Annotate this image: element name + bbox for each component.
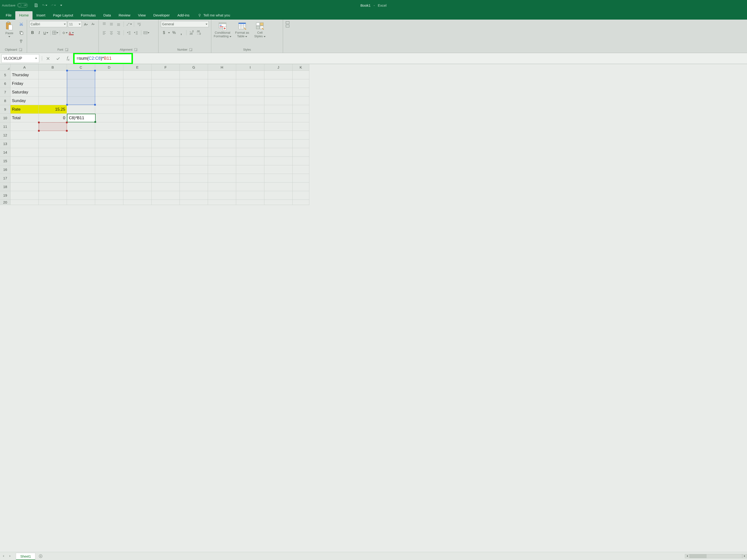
cell-G20[interactable]: [180, 200, 208, 205]
cell-B14[interactable]: [39, 148, 67, 157]
column-header-D[interactable]: D: [95, 64, 123, 71]
tab-home[interactable]: Home: [15, 11, 32, 20]
cell-E6[interactable]: [123, 79, 152, 88]
cell-C12[interactable]: [67, 131, 95, 139]
paste-dropdown-icon[interactable]: [8, 36, 10, 37]
row-header-13[interactable]: 13: [0, 139, 10, 148]
cell-H9[interactable]: [208, 105, 236, 114]
cell-K5[interactable]: [292, 71, 309, 79]
row-header-11[interactable]: 11: [0, 122, 10, 131]
cell-K19[interactable]: [292, 191, 309, 200]
namebox-dropdown-icon[interactable]: [35, 58, 37, 59]
cell-E14[interactable]: [123, 148, 152, 157]
column-header-G[interactable]: G: [180, 64, 208, 71]
cell-G17[interactable]: [180, 174, 208, 183]
hscroll-track[interactable]: [690, 554, 742, 558]
align-center-icon[interactable]: [108, 30, 114, 36]
paste-button[interactable]: Paste: [2, 21, 16, 37]
cell-A6[interactable]: Friday: [10, 79, 39, 88]
row-header-16[interactable]: 16: [0, 165, 10, 174]
cell-F10[interactable]: [152, 114, 180, 122]
cell-E12[interactable]: [123, 131, 152, 139]
cell-H14[interactable]: [208, 148, 236, 157]
cell-I16[interactable]: [236, 165, 264, 174]
cell-B17[interactable]: [39, 174, 67, 183]
cell-K18[interactable]: [292, 183, 309, 191]
conditional-formatting-button[interactable]: ConditionalFormatting: [214, 22, 231, 38]
cell-J13[interactable]: [264, 139, 292, 148]
sheet-nav-next-icon[interactable]: [7, 553, 14, 559]
redo-dropdown-icon[interactable]: [54, 5, 56, 6]
cell-I11[interactable]: [236, 122, 264, 131]
font-name-combo[interactable]: Calibri: [29, 21, 67, 27]
cell-A9[interactable]: Rate: [10, 105, 39, 114]
cell-I19[interactable]: [236, 191, 264, 200]
cell-E11[interactable]: [123, 122, 152, 131]
cell-G13[interactable]: [180, 139, 208, 148]
cell-H7[interactable]: [208, 88, 236, 97]
tab-data[interactable]: Data: [99, 11, 115, 20]
increase-indent-icon[interactable]: [133, 30, 139, 36]
cell-B10[interactable]: 0: [39, 114, 67, 122]
formula-bar-resize-handle[interactable]: [41, 57, 43, 60]
cell-K8[interactable]: [292, 97, 309, 105]
increase-font-icon[interactable]: A▴: [83, 21, 89, 27]
cell-J15[interactable]: [264, 157, 292, 165]
align-left-icon[interactable]: [101, 30, 107, 36]
wrap-text-icon[interactable]: [136, 21, 142, 27]
underline-button[interactable]: U: [43, 30, 49, 36]
row-header-12[interactable]: 12: [0, 131, 10, 139]
cell-B5[interactable]: [39, 71, 67, 79]
cell-J12[interactable]: [264, 131, 292, 139]
cell-G7[interactable]: [180, 88, 208, 97]
autosave-switch[interactable]: Off: [17, 3, 28, 7]
cancel-formula-button[interactable]: [43, 54, 53, 63]
cell-F17[interactable]: [152, 174, 180, 183]
cell-A7[interactable]: Saturday: [10, 88, 39, 97]
cell-G11[interactable]: [180, 122, 208, 131]
worksheet[interactable]: ABCDEFGHIJK 567891011121314151617181920 …: [0, 64, 747, 552]
column-header-J[interactable]: J: [264, 64, 292, 71]
cell-I7[interactable]: [236, 88, 264, 97]
cell-F16[interactable]: [152, 165, 180, 174]
row-header-19[interactable]: 19: [0, 191, 10, 200]
cell-H10[interactable]: [208, 114, 236, 122]
cell-E5[interactable]: [123, 71, 152, 79]
undo-icon[interactable]: [42, 3, 47, 8]
cell-A13[interactable]: [10, 139, 39, 148]
cell-J20[interactable]: [264, 200, 292, 205]
borders-button[interactable]: [52, 30, 58, 36]
number-launcher-icon[interactable]: [189, 48, 192, 51]
cell-J11[interactable]: [264, 122, 292, 131]
cell-I20[interactable]: [236, 200, 264, 205]
cell-G19[interactable]: [180, 191, 208, 200]
column-header-E[interactable]: E: [123, 64, 152, 71]
cell-D11[interactable]: [95, 122, 123, 131]
cell-F13[interactable]: [152, 139, 180, 148]
cell-C8[interactable]: [67, 97, 95, 105]
cell-K12[interactable]: [292, 131, 309, 139]
cell-D9[interactable]: [95, 105, 123, 114]
cell-H16[interactable]: [208, 165, 236, 174]
orientation-icon[interactable]: [126, 21, 132, 27]
column-header-B[interactable]: B: [39, 64, 67, 71]
cell-C14[interactable]: [67, 148, 95, 157]
cell-E19[interactable]: [123, 191, 152, 200]
column-header-C[interactable]: C: [67, 64, 95, 71]
cell-I13[interactable]: [236, 139, 264, 148]
hscroll-thumb[interactable]: [690, 554, 706, 558]
row-header-9[interactable]: 9: [0, 105, 10, 114]
cell-I5[interactable]: [236, 71, 264, 79]
cell-E17[interactable]: [123, 174, 152, 183]
align-right-icon[interactable]: [115, 30, 122, 36]
cell-H11[interactable]: [208, 122, 236, 131]
cell-D5[interactable]: [95, 71, 123, 79]
cell-B13[interactable]: [39, 139, 67, 148]
tab-file[interactable]: File: [2, 11, 15, 20]
tab-view[interactable]: View: [134, 11, 149, 20]
cell-K17[interactable]: [292, 174, 309, 183]
clipboard-launcher-icon[interactable]: [19, 48, 22, 51]
italic-button[interactable]: I: [36, 30, 42, 36]
cell-C6[interactable]: [67, 79, 95, 88]
cell-B8[interactable]: [39, 97, 67, 105]
